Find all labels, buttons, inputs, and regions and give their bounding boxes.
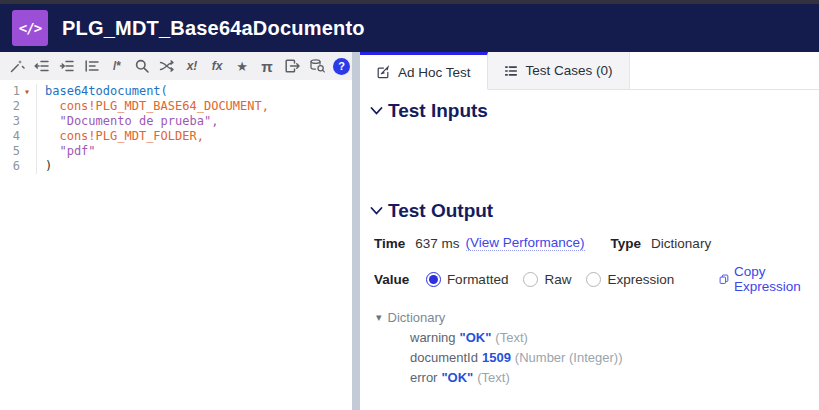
rule-title: PLG_MDT_Base64aDocumento	[62, 17, 365, 40]
code-text: cons!PLG_MDT_FOLDER,	[36, 129, 352, 144]
code-line: 6 )	[0, 159, 352, 174]
value-label: Value	[374, 272, 409, 287]
search-icon[interactable]	[133, 57, 151, 75]
dictionary-root-label: Dictionary	[388, 310, 446, 325]
line-number: 6	[0, 159, 20, 174]
entry-key: documentId	[410, 350, 478, 365]
query-database-icon[interactable]	[308, 57, 326, 75]
block-comment-icon[interactable]: /*	[108, 57, 126, 75]
radio-expression[interactable]: Expression	[586, 272, 674, 287]
section-title: Test Output	[388, 200, 493, 222]
line-number: 5	[0, 144, 20, 159]
chevron-down-icon	[370, 206, 383, 216]
code-line: 1▾ base64todocument(	[0, 84, 352, 99]
editor-toolbar: /* x! fx ★ π	[0, 52, 352, 80]
code-text: cons!PLG_MDT_BASE64_DOCUMENT,	[36, 99, 352, 114]
line-number: 4	[0, 129, 20, 144]
tab-label: Test Cases (0)	[526, 63, 613, 78]
radio-formatted[interactable]: Formatted	[426, 272, 509, 287]
time-type-row: Time 637 ms (View Performance) Type Dict…	[370, 235, 805, 251]
copy-icon	[719, 272, 729, 286]
copy-expression-link[interactable]: Copy Expression	[719, 264, 805, 294]
time-value: 637 ms	[415, 236, 459, 251]
code-line: 3 "Documento de prueba",	[0, 114, 352, 129]
code-editor[interactable]: 1▾ base64todocument( 2 cons!PLG_MDT_BASE…	[0, 80, 352, 410]
tab-test-cases[interactable]: Test Cases (0)	[488, 52, 630, 89]
radio-label-text: Raw	[544, 272, 571, 287]
outline-view-icon[interactable]	[83, 57, 101, 75]
swap-shuffle-icon[interactable]	[158, 57, 176, 75]
test-values-icon[interactable]: x!	[183, 57, 201, 75]
test-tabbar: Ad Hoc Test Test Cases (0)	[360, 52, 819, 90]
code-line: 2 cons!PLG_MDT_BASE64_DOCUMENT,	[0, 99, 352, 114]
outdent-icon[interactable]	[33, 57, 51, 75]
entry-value: "OK"	[460, 330, 492, 345]
entry-type: (Text)	[495, 330, 528, 345]
export-icon[interactable]	[283, 57, 301, 75]
tab-ad-hoc-test[interactable]: Ad Hoc Test	[360, 52, 488, 90]
entry-type: (Number (Integer))	[515, 350, 623, 365]
function-icon[interactable]: fx	[208, 57, 226, 75]
panel-divider[interactable]	[352, 52, 360, 410]
list-icon	[504, 64, 518, 78]
entry-type: (Text)	[477, 370, 510, 385]
test-inputs-section-header[interactable]: Test Inputs	[370, 100, 805, 122]
line-number: 2	[0, 99, 20, 114]
entry-key: warning	[410, 330, 456, 345]
test-output-section-header[interactable]: Test Output	[370, 200, 805, 222]
indent-icon[interactable]	[58, 57, 76, 75]
code-text: base64todocument(	[36, 84, 352, 99]
line-number: 3	[0, 114, 20, 129]
radio-button-icon	[426, 272, 441, 287]
window-header: </> PLG_MDT_Base64aDocumento	[0, 4, 819, 52]
favorites-star-icon[interactable]: ★	[233, 57, 251, 75]
radio-label-text: Formatted	[447, 272, 509, 287]
code-text: "pdf"	[36, 144, 352, 159]
editor-pane: /* x! fx ★ π	[0, 52, 352, 410]
value-format-row: Value Formatted Raw Expression	[370, 264, 805, 294]
constants-pi-icon[interactable]: π	[258, 57, 276, 75]
expression-rule-designer: </> PLG_MDT_Base64aDocumento	[0, 0, 819, 410]
line-number: 1	[0, 84, 20, 99]
fold-toggle-icon[interactable]: ▾	[20, 84, 34, 99]
code-text: )	[36, 159, 352, 174]
dictionary-entry: error"OK"(Text)	[376, 370, 805, 385]
section-title: Test Inputs	[388, 100, 488, 122]
type-value: Dictionary	[651, 236, 711, 251]
test-panel: Ad Hoc Test Test Cases (0) Test Inputs	[360, 52, 819, 410]
entry-value: "OK"	[441, 370, 473, 385]
tab-label: Ad Hoc Test	[398, 65, 471, 80]
entry-value: 1509	[482, 350, 511, 365]
code-line: 5 "pdf"	[0, 144, 352, 159]
dictionary-entry: documentId1509(Number (Integer))	[376, 350, 805, 365]
entry-key: error	[410, 370, 437, 385]
dictionary-root: ▾ Dictionary	[376, 310, 805, 325]
code-line: 4 cons!PLG_MDT_FOLDER,	[0, 129, 352, 144]
radio-button-icon	[586, 272, 601, 287]
radio-label-text: Expression	[607, 272, 674, 287]
dictionary-entry: warning"OK"(Text)	[376, 330, 805, 345]
radio-raw[interactable]: Raw	[523, 272, 571, 287]
pencil-square-icon	[376, 65, 390, 79]
time-label: Time	[374, 236, 405, 251]
type-label: Type	[611, 236, 642, 251]
result-tree: ▾ Dictionary warning"OK"(Text) documentI…	[370, 310, 805, 385]
ad-hoc-test-content: Test Inputs Test Output Time 637 ms (Vie…	[360, 90, 819, 410]
radio-button-icon	[523, 272, 538, 287]
help-icon[interactable]: ?	[333, 58, 350, 75]
view-performance-link[interactable]: (View Performance)	[466, 235, 585, 251]
copy-expression-text: Copy Expression	[734, 264, 805, 294]
format-wand-icon[interactable]	[8, 57, 26, 75]
chevron-down-icon	[370, 106, 383, 116]
expression-rule-icon: </>	[12, 10, 48, 46]
code-text: "Documento de prueba",	[36, 114, 352, 129]
tree-collapse-icon[interactable]: ▾	[376, 311, 382, 324]
test-inputs-empty-area	[370, 122, 805, 200]
